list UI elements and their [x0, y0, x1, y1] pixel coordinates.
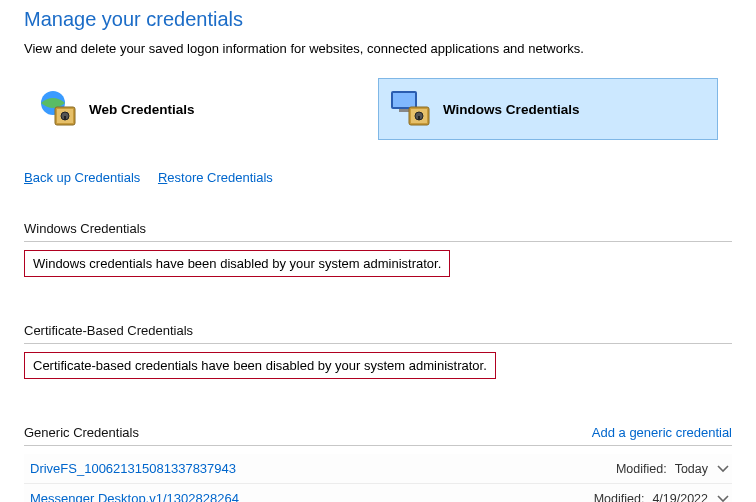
restore-credentials-link[interactable]: Restore Credentials: [158, 170, 273, 185]
globe-safe-icon: [35, 87, 79, 131]
tab-web-credentials[interactable]: Web Credentials: [24, 78, 364, 140]
chevron-down-icon: [716, 492, 730, 503]
modified-label: Modified:: [616, 462, 667, 476]
backup-credentials-link[interactable]: Back up Credentials: [24, 170, 140, 185]
svg-rect-7: [399, 109, 409, 112]
credential-tabs: Web Credentials Windows Credentials: [24, 78, 732, 140]
monitor-safe-icon: [389, 87, 433, 131]
credential-name: DriveFS_100621315081337837943: [30, 461, 236, 476]
tab-windows-credentials[interactable]: Windows Credentials: [378, 78, 718, 140]
svg-rect-11: [418, 116, 420, 120]
credential-links-row: Back up Credentials Restore Credentials: [24, 170, 732, 185]
cert-disabled-message: Certificate-based credentials have been …: [24, 352, 496, 379]
svg-rect-6: [393, 93, 415, 107]
tab-web-label: Web Credentials: [89, 102, 195, 117]
windows-credentials-header: Windows Credentials: [24, 221, 732, 242]
modified-value: Today: [675, 462, 708, 476]
add-generic-credential-link[interactable]: Add a generic credential: [592, 425, 732, 440]
tab-windows-label: Windows Credentials: [443, 102, 579, 117]
modified-label: Modified:: [594, 492, 645, 503]
credential-row[interactable]: DriveFS_100621315081337837943 Modified: …: [24, 454, 732, 484]
generic-credentials-header: Generic Credentials Add a generic creden…: [24, 425, 732, 446]
windows-disabled-message: Windows credentials have been disabled b…: [24, 250, 450, 277]
cert-credentials-header: Certificate-Based Credentials: [24, 323, 732, 344]
page-subtitle: View and delete your saved logon informa…: [24, 41, 732, 56]
credential-row[interactable]: Messenger Desktop.v1/1302828264 Modified…: [24, 484, 732, 502]
page-title: Manage your credentials: [24, 8, 732, 31]
chevron-down-icon: [716, 462, 730, 476]
modified-value: 4/19/2022: [652, 492, 708, 503]
svg-rect-4: [64, 116, 66, 120]
credential-name: Messenger Desktop.v1/1302828264: [30, 491, 239, 502]
